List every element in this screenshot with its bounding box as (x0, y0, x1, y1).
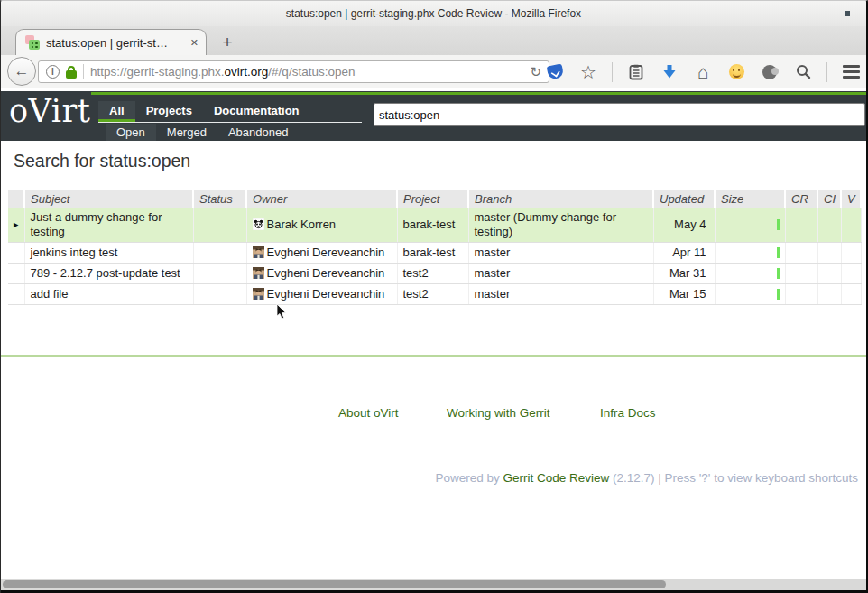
owner-cell[interactable]: Evgheni Dereveanchin (246, 284, 397, 305)
size-bar (777, 219, 780, 230)
nav-item-documentation[interactable]: Documentation (203, 101, 310, 122)
v-cell (841, 264, 861, 284)
branch-cell[interactable]: master (468, 284, 653, 305)
nav-item-all[interactable]: All (98, 101, 135, 122)
branch-cell[interactable]: master (Dummy change for testing) (468, 208, 653, 243)
nav-item-abandoned[interactable]: Abandoned (217, 124, 300, 141)
owner-name[interactable]: Evgheni Dereveanchin (267, 287, 385, 301)
updated-cell: Apr 11 (653, 243, 715, 264)
subject-cell[interactable]: 789 - 2.12.7 post-update test (24, 264, 193, 284)
project-cell[interactable]: test2 (397, 264, 468, 284)
url-bar[interactable]: i https://gerrit-staging.phx.ovirt.org/#… (38, 60, 549, 83)
gerrit-code-review-link[interactable]: Gerrit Code Review (503, 471, 609, 485)
row-pointer-cell: ► (8, 208, 24, 243)
owner-avatar (253, 266, 267, 280)
gerrit-favicon-icon (25, 35, 41, 51)
v-cell (841, 208, 861, 243)
gerrit-header: oVirt AllProjectsDocumentation OpenMerge… (1, 91, 866, 141)
table-row[interactable]: jenkins integ testEvgheni Dereveanchinba… (8, 243, 861, 264)
browser-window: status:open | gerrit-staging.phx Code Re… (0, 0, 868, 593)
pocket-icon[interactable] (545, 61, 565, 83)
branch-cell[interactable]: master (468, 264, 653, 284)
table-row[interactable]: 789 - 2.12.7 post-update testEvgheni Der… (8, 264, 861, 284)
owner-name[interactable]: Evgheni Dereveanchin (267, 246, 385, 259)
subject-cell[interactable]: jenkins integ test (24, 243, 193, 264)
project-cell[interactable]: barak-test (397, 208, 468, 243)
column-header-updated: Updated (653, 190, 715, 208)
nav-secondary: OpenMergedAbandoned (106, 124, 362, 141)
owner-avatar (253, 287, 267, 301)
column-header-cr: CR (785, 190, 817, 208)
search-icon[interactable] (793, 61, 813, 83)
footer-links: About oVirtWorking with GerritInfra Docs (1, 406, 866, 424)
changes-table-body: ►Just a dummy change for testingBarak Ko… (8, 208, 861, 305)
downloads-icon[interactable] (660, 61, 679, 83)
smiley-addon-icon[interactable] (726, 61, 746, 83)
footer-link-working-with-gerrit[interactable]: Working with Gerrit (447, 406, 550, 420)
page-title: Search for status:open (14, 151, 190, 171)
row-pointer-cell (8, 284, 24, 305)
cr-cell (785, 264, 817, 284)
table-row[interactable]: add fileEvgheni Dereveanchintest2masterM… (8, 284, 861, 305)
page-info-icon[interactable]: i (46, 65, 60, 79)
bookmarks-list-icon[interactable] (626, 61, 646, 83)
toolbar-icons: ☆ ⌂ (545, 55, 861, 88)
nav-item-projects[interactable]: Projects (135, 101, 203, 122)
status-cell (193, 264, 246, 284)
mouse-cursor (276, 304, 288, 320)
column-header-v: V (841, 190, 861, 208)
size-cell (715, 284, 785, 305)
window-title: status:open | gerrit-staging.phx Code Re… (1, 1, 866, 26)
window-menu-button[interactable] (845, 11, 850, 16)
back-button[interactable]: ← (7, 57, 36, 86)
changes-table: SubjectStatusOwnerProjectBranchUpdatedSi… (8, 190, 862, 305)
footer-link-about-ovirt[interactable]: About oVirt (338, 406, 399, 420)
new-tab-button[interactable]: + (214, 32, 241, 53)
project-cell[interactable]: test2 (397, 284, 468, 305)
status-cell (193, 208, 246, 243)
column-header-project: Project (397, 190, 468, 208)
column-header-status: Status (193, 190, 246, 208)
ci-cell (817, 243, 841, 264)
branch-cell[interactable]: master (468, 243, 653, 264)
active-tab[interactable]: status:open | gerrit-st… ✕ (15, 29, 207, 56)
page-content: Search for status:open SubjectStatusOwne… (1, 141, 866, 579)
subject-cell[interactable]: Just a dummy change for testing (24, 208, 193, 243)
nav-item-merged[interactable]: Merged (156, 124, 217, 141)
globe-addon-icon[interactable] (760, 61, 780, 83)
nav-item-open[interactable]: Open (106, 124, 156, 141)
column-header-size: Size (715, 190, 785, 208)
horizontal-scrollbar[interactable] (1, 579, 866, 590)
column-header-branch: Branch (468, 190, 653, 208)
menu-hamburger-icon[interactable] (841, 61, 861, 83)
owner-avatar (253, 246, 267, 259)
gerrit-search-input[interactable] (374, 103, 865, 126)
ovirt-logo[interactable]: oVirt (9, 93, 90, 129)
column-header-subject: Subject (24, 190, 193, 208)
subject-cell[interactable]: add file (24, 284, 193, 305)
project-cell[interactable]: barak-test (397, 243, 468, 264)
owner-cell[interactable]: Evgheni Dereveanchin (246, 264, 397, 284)
home-icon[interactable]: ⌂ (693, 61, 713, 83)
owner-name[interactable]: Barak Korren (267, 218, 337, 231)
ci-cell (817, 264, 841, 284)
tab-close-icon[interactable]: ✕ (185, 37, 199, 49)
column-header-owner: Owner (246, 190, 397, 208)
https-lock-icon[interactable] (66, 66, 77, 79)
status-cell (193, 284, 246, 305)
scrollbar-thumb[interactable] (3, 580, 666, 588)
owner-name[interactable]: Evgheni Dereveanchin (267, 266, 385, 280)
owner-cell[interactable]: Barak Korren (246, 208, 397, 243)
size-cell (715, 243, 785, 264)
bookmark-star-icon[interactable]: ☆ (578, 61, 598, 83)
size-cell (715, 208, 785, 243)
cr-cell (785, 284, 817, 305)
ci-cell (817, 208, 841, 243)
url-text[interactable]: https://gerrit-staging.phx.ovirt.org/#/q… (90, 65, 355, 79)
row-pointer-cell (8, 264, 24, 284)
table-row[interactable]: ►Just a dummy change for testingBarak Ko… (8, 208, 861, 243)
titlebar: status:open | gerrit-staging.phx Code Re… (1, 1, 866, 26)
footer-link-infra-docs[interactable]: Infra Docs (600, 406, 656, 420)
row-pointer-cell (8, 243, 24, 264)
owner-cell[interactable]: Evgheni Dereveanchin (246, 243, 397, 264)
